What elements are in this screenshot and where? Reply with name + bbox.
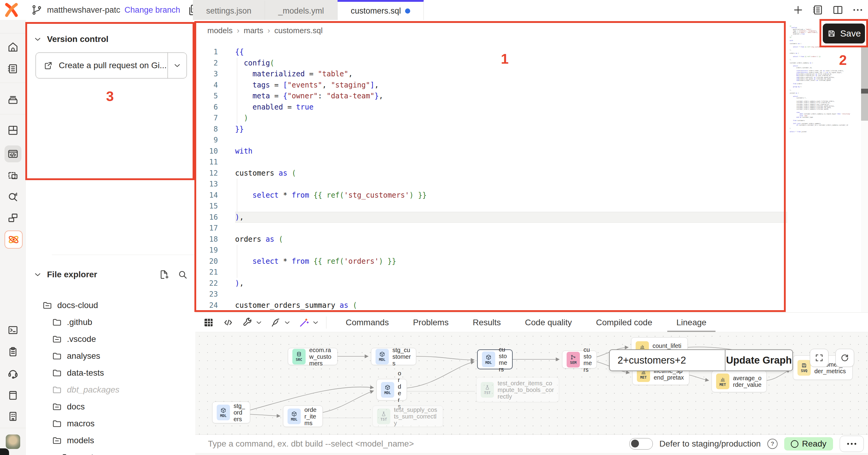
code-line-14[interactable]: 14 select * from {{ ref('stg_customers')… [195,190,787,201]
code-line-13[interactable]: 13 [195,179,787,190]
lineage-node-stg_orders[interactable]: MDLstg_orders [212,402,250,423]
pr-button-caret[interactable] [167,53,187,78]
file-tree-item-.vscode[interactable]: .vscode [52,331,96,348]
sidebar-item-organization[interactable] [4,408,22,425]
save-button[interactable]: Save [823,24,865,44]
code-line-1[interactable]: 1{{ [195,47,787,58]
code-line-24[interactable]: 24customer_orders_summary as ( [195,300,787,311]
split-editor-icon[interactable] [831,3,844,17]
lineage-node-orders[interactable]: MDLorders [376,379,407,400]
sidebar-item-dbt-atom[interactable] [4,230,23,249]
code-line-9[interactable]: 9 [195,135,787,146]
bottom-tab-results[interactable]: Results [461,313,513,332]
results-table-icon[interactable] [203,313,215,332]
sidebar-item-code-editor[interactable] [4,145,22,162]
code-preview-icon[interactable] [222,313,234,332]
breadcrumb-models[interactable]: models [207,26,233,35]
format-pen-icon[interactable] [270,313,291,332]
new-file-icon[interactable] [158,269,169,280]
code-line-8[interactable]: 8}} [195,124,787,135]
code-line-12[interactable]: 12customers as ( [195,168,787,179]
search-icon[interactable] [177,269,188,280]
code-line-22[interactable]: 22), [195,278,787,289]
scrollbar-thumb[interactable] [861,47,868,121]
sidebar-item-terminal[interactable] [4,322,22,339]
lineage-node-customers[interactable]: SEMcustomers [562,350,597,368]
lineage-node-test_order_items_compute_to_bools_correctly[interactable]: TSTtest_order_items_compute_to_bools _co… [476,377,559,402]
lineage-node-customers[interactable]: MDLcustomers [477,349,513,369]
code-line-3[interactable]: 3 materialized = "table", [195,68,787,80]
help-icon[interactable]: ? [767,439,778,449]
file-tree-item-models[interactable]: models [52,432,94,449]
lineage-selector-input[interactable]: 2+customers+2 [610,350,725,371]
file-explorer-toggle[interactable]: File explorer [33,270,97,279]
code-line-6[interactable]: 6 enabled = true [195,102,787,113]
code-line-7[interactable]: 7 ) [195,113,787,124]
status-badge[interactable]: Ready [784,437,833,451]
file-tree-item-.github[interactable]: .github [52,314,92,331]
fullscreen-button[interactable] [810,349,829,367]
file-tree-item-data-tests[interactable]: data-tests [52,365,104,381]
code-line-17[interactable]: 17 [195,223,787,234]
file-tree-item-analyses[interactable]: analyses [52,348,100,365]
file-tree-item-dbt_packages[interactable]: dbt_packages [52,381,119,398]
lineage-node-test_supply_costs_sum_correctly[interactable]: TSTtest_supply_costs_sum_correctly [373,405,443,427]
sidebar-item-support[interactable] [4,365,22,382]
defer-toggle[interactable] [629,438,653,450]
file-tree-item-docs[interactable]: docs [52,398,85,415]
sidebar-item-notebook[interactable] [4,60,22,77]
bottom-tab-compiled-code[interactable]: Compiled code [584,313,664,332]
bottom-tab-code-quality[interactable]: Code quality [513,313,584,332]
ai-wand-icon[interactable] [299,313,319,332]
lineage-node-average_order_value[interactable]: METaverage_order_value [712,371,767,392]
change-branch-link[interactable]: Change branch [124,5,180,15]
breadcrumb-file[interactable]: customers.sql [274,26,322,35]
lineage-node-order_items[interactable]: MDLorder_items [283,405,323,427]
notebook-icon[interactable] [811,3,825,17]
file-tree-item-marts[interactable]: marts [61,449,98,455]
lineage-node-stg_customers[interactable]: MDLstg_customers [371,348,416,365]
code-line-21[interactable]: 21 [195,267,787,278]
command-input[interactable] [207,439,540,449]
bottom-tab-commands[interactable]: Commands [334,313,401,332]
code-line-20[interactable]: 20 select * from {{ ref('orders') }} [195,256,787,267]
lineage-node-ecom.raw_customers[interactable]: SRCecom.raw_customers [288,348,338,365]
tab-settings.json[interactable]: settings.json [193,0,265,20]
sidebar-item-jobs[interactable] [4,92,22,109]
file-tree-item-docs-cloud[interactable]: docs-cloud [42,297,98,314]
new-tab-icon[interactable] [792,3,805,17]
sidebar-item-home[interactable] [4,39,22,56]
code-line-15[interactable]: 15 [195,201,787,212]
file-tree-item-macros[interactable]: macros [52,415,95,432]
build-wrench-icon[interactable] [242,313,263,332]
code-line-18[interactable]: 18orders as ( [195,234,787,245]
bottom-tab-problems[interactable]: Problems [401,313,461,332]
code-line-2[interactable]: 2 config( [195,58,787,69]
breadcrumb-marts[interactable]: marts [244,26,264,35]
sidebar-item-clipboard[interactable] [4,343,22,360]
create-pr-button[interactable]: Create a pull request on Gi... [36,53,187,79]
bottom-tab-lineage[interactable]: Lineage [664,313,718,332]
sidebar-item-orchestration[interactable] [4,209,22,226]
dbt-logo-icon[interactable] [3,2,20,18]
editor-scrollbar[interactable] [861,20,868,312]
sidebar-item-docs[interactable] [4,387,22,404]
code-line-16[interactable]: 16), [195,212,787,223]
code-line-10[interactable]: 10with [195,146,787,157]
sidebar-item-dashboards[interactable] [4,122,22,139]
code-line-23[interactable]: 23 [195,289,787,300]
tab-customers.sql[interactable]: customers.sql [338,0,424,20]
code-lines[interactable]: 1{{2 config(3 materialized = "table",4 t… [195,47,787,311]
sidebar-item-insights[interactable] [4,188,22,205]
sidebar-item-canvas[interactable] [4,167,22,184]
code-line-11[interactable]: 11 [195,157,787,168]
more-options-button[interactable] [840,436,864,452]
avatar[interactable] [6,434,20,449]
code-line-4[interactable]: 4 tags = ["events", "staging"], [195,80,787,91]
tab-_models.yml[interactable]: _models.yml [265,0,338,20]
code-line-19[interactable]: 19 [195,245,787,256]
update-graph-button[interactable]: Update Graph [725,350,792,371]
refresh-button[interactable] [835,349,854,367]
overflow-menu-icon[interactable] [851,3,864,17]
version-control-header[interactable]: Version control [33,34,108,44]
